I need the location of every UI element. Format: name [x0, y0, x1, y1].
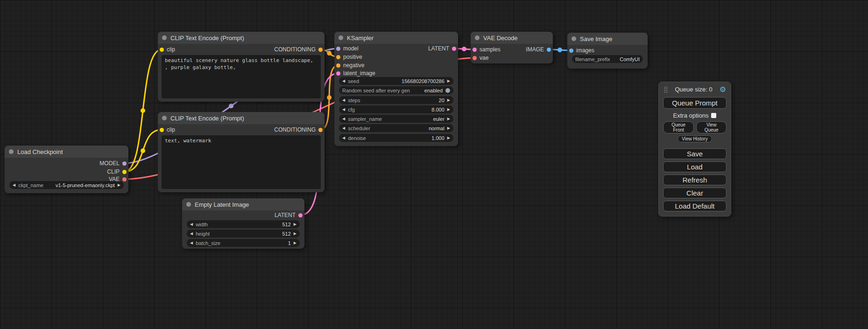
node-clip-text-encode-positive[interactable]: CLIP Text Encode (Prompt) clip CONDITION… [158, 32, 325, 102]
increment-arrow-icon[interactable]: ▶ [447, 105, 450, 113]
slot-label: IMAGE [526, 46, 544, 53]
increment-arrow-icon[interactable]: ▶ [118, 181, 120, 189]
node-empty-latent-image[interactable]: Empty Latent Image LATENT ◀ width 512 ▶ … [182, 198, 304, 249]
node-canvas[interactable]: Load Checkpoint MODEL CLIP VAE ◀ ckpt_na… [0, 0, 868, 329]
input-port-positive[interactable] [336, 55, 340, 59]
node-header[interactable]: CLIP Text Encode (Prompt) [158, 112, 325, 124]
slot-label: CONDITIONING [274, 126, 316, 133]
node-header[interactable]: KSampler [334, 32, 458, 44]
decrement-arrow-icon[interactable]: ◀ [342, 115, 345, 123]
output-port-clip[interactable] [122, 170, 127, 174]
node-title: VAE Decode [483, 35, 517, 42]
node-header[interactable]: CLIP Text Encode (Prompt) [158, 32, 325, 44]
node-vae-decode[interactable]: VAE Decode samples vae IMAGE [471, 32, 553, 63]
output-port-latent[interactable] [298, 213, 303, 217]
prompt-text-input[interactable]: beautiful scenery nature glass bottle la… [162, 55, 321, 98]
slot-label: clip [167, 126, 175, 133]
increment-arrow-icon[interactable]: ▶ [447, 115, 450, 123]
input-port-clip[interactable] [160, 128, 164, 132]
input-slot-images: images [569, 47, 594, 54]
input-port-clip[interactable] [160, 48, 164, 52]
collapse-dot-icon[interactable] [339, 35, 343, 40]
node-header[interactable]: Save Image [567, 33, 648, 45]
input-port-vae[interactable] [473, 56, 477, 60]
decrement-arrow-icon[interactable]: ◀ [342, 96, 345, 104]
collapse-dot-icon[interactable] [162, 35, 167, 40]
widget-sampler-name[interactable]: ◀ sampler_name euler ▶ [339, 115, 453, 123]
decrement-arrow-icon[interactable]: ◀ [342, 134, 345, 142]
output-port-latent[interactable] [452, 47, 456, 51]
decrement-arrow-icon[interactable]: ◀ [190, 220, 193, 228]
extra-options-checkbox[interactable] [711, 113, 716, 118]
output-port-conditioning[interactable] [318, 128, 323, 132]
slot-label: negative [343, 62, 364, 69]
slot-label: CLIP [107, 168, 120, 175]
settings-gear-icon[interactable]: ⚙ [720, 85, 726, 94]
input-port-model[interactable] [336, 47, 340, 51]
increment-arrow-icon[interactable]: ▶ [294, 239, 296, 247]
widget-value: 1 [288, 240, 291, 246]
wire-dot-conditioning-negative [327, 95, 332, 100]
load-default-button[interactable]: Load Default [663, 201, 727, 211]
increment-arrow-icon[interactable]: ▶ [447, 124, 450, 132]
drag-handle-icon[interactable]: ⣿ [663, 86, 668, 93]
widget-value: 8.000 [431, 107, 445, 112]
node-header[interactable]: VAE Decode [471, 32, 553, 44]
queue-front-button[interactable]: Queue Front [663, 121, 694, 133]
increment-arrow-icon[interactable]: ▶ [447, 77, 450, 85]
queue-prompt-button[interactable]: Queue Prompt [663, 97, 727, 109]
collapse-dot-icon[interactable] [186, 202, 191, 207]
view-history-button[interactable]: View History [677, 135, 712, 142]
input-port-images[interactable] [569, 49, 573, 53]
decrement-arrow-icon[interactable]: ◀ [190, 230, 193, 238]
widget-height[interactable]: ◀ height 512 ▶ [187, 230, 300, 238]
input-port-latent-image[interactable] [336, 71, 340, 76]
node-header[interactable]: Empty Latent Image [182, 198, 304, 210]
input-slot-clip: clip [160, 46, 175, 53]
node-title: Save Image [580, 35, 612, 42]
node-load-checkpoint[interactable]: Load Checkpoint MODEL CLIP VAE ◀ ckpt_na… [5, 146, 128, 193]
collapse-dot-icon[interactable] [9, 149, 14, 154]
output-slot-clip: CLIP [107, 168, 127, 175]
increment-arrow-icon[interactable]: ▶ [447, 134, 450, 142]
collapse-dot-icon[interactable] [162, 116, 167, 120]
increment-arrow-icon[interactable]: ▶ [294, 230, 296, 238]
node-title: KSampler [347, 35, 374, 42]
decrement-arrow-icon[interactable]: ◀ [13, 181, 15, 189]
node-clip-text-encode-negative[interactable]: CLIP Text Encode (Prompt) clip CONDITION… [158, 112, 325, 192]
output-port-vae[interactable] [122, 177, 127, 182]
widget-steps[interactable]: ◀ steps 20 ▶ [339, 96, 453, 104]
collapse-dot-icon[interactable] [572, 36, 576, 41]
node-ksampler[interactable]: KSampler model positive negative latent_… [334, 32, 458, 146]
widget-ckpt-name[interactable]: ◀ ckpt_name v1-5-pruned-emaonly.ckpt ▶ [9, 181, 124, 189]
node-save-image[interactable]: Save Image images filename_prefix ComfyU… [567, 33, 648, 69]
node-header[interactable]: Load Checkpoint [5, 146, 128, 158]
widget-batch-size[interactable]: ◀ batch_size 1 ▶ [187, 239, 300, 247]
output-port-model[interactable] [122, 161, 127, 166]
increment-arrow-icon[interactable]: ▶ [447, 96, 450, 104]
decrement-arrow-icon[interactable]: ◀ [342, 77, 345, 85]
widget-scheduler[interactable]: ◀ scheduler normal ▶ [339, 124, 453, 132]
output-port-image[interactable] [547, 48, 551, 52]
input-port-samples[interactable] [473, 48, 477, 52]
decrement-arrow-icon[interactable]: ◀ [342, 105, 345, 113]
view-queue-button[interactable]: View Queue [696, 121, 727, 133]
widget-width[interactable]: ◀ width 512 ▶ [187, 220, 300, 228]
toggle-knob-icon[interactable] [445, 88, 450, 93]
decrement-arrow-icon[interactable]: ◀ [342, 124, 345, 132]
widget-denoise[interactable]: ◀ denoise 1.000 ▶ [339, 134, 453, 142]
widget-cfg[interactable]: ◀ cfg 8.000 ▶ [339, 105, 453, 113]
decrement-arrow-icon[interactable]: ◀ [190, 239, 193, 247]
collapse-dot-icon[interactable] [475, 35, 480, 40]
prompt-text-input[interactable]: text, watermark [162, 135, 321, 189]
clear-button[interactable]: Clear [663, 188, 727, 198]
widget-filename-prefix[interactable]: filename_prefix ComfyUI [572, 55, 643, 63]
refresh-button[interactable]: Refresh [663, 175, 727, 185]
widget-random-seed-toggle[interactable]: Random seed after every gen enabled [339, 86, 453, 94]
save-button[interactable]: Save [663, 148, 727, 159]
load-button[interactable]: Load [663, 161, 727, 172]
output-port-conditioning[interactable] [318, 48, 323, 52]
increment-arrow-icon[interactable]: ▶ [294, 220, 296, 228]
widget-seed[interactable]: ◀ seed 156680208700286 ▶ [339, 77, 453, 85]
input-port-negative[interactable] [336, 63, 340, 68]
